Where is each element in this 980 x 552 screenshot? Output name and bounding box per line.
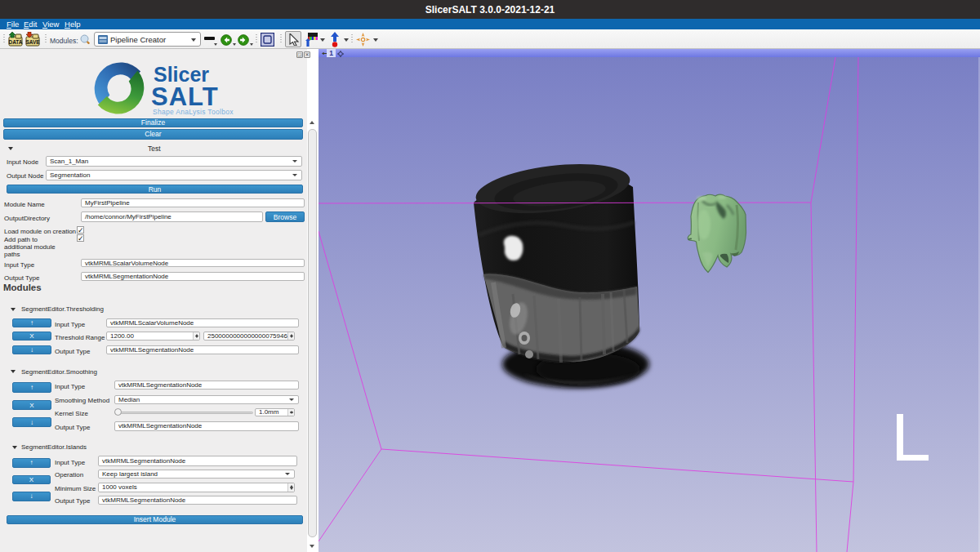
svg-text:SAVE: SAVE — [25, 39, 40, 45]
svg-text:DATA: DATA — [8, 39, 22, 45]
